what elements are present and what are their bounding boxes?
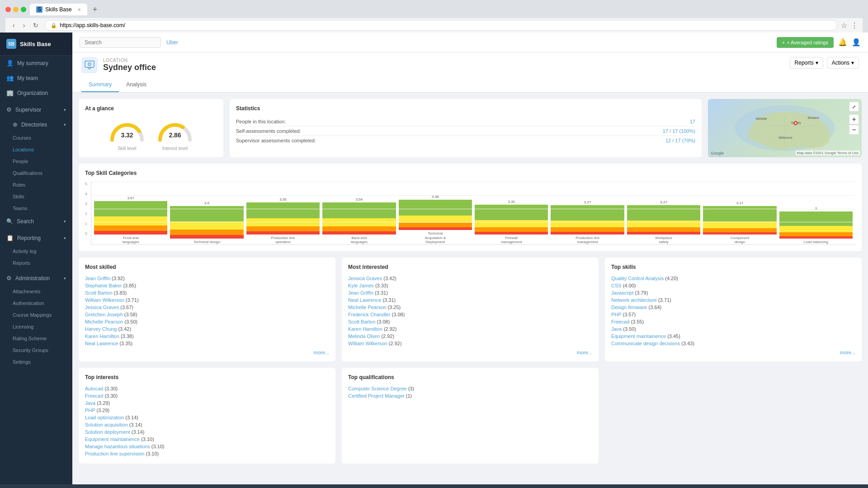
interest-link[interactable]: PHP bbox=[85, 408, 95, 413]
sidebar-item-licensing[interactable]: Licensing bbox=[0, 321, 72, 333]
skill-link[interactable]: PHP bbox=[611, 312, 621, 317]
list-item: William Wilkerson (2.92) bbox=[348, 340, 592, 347]
person-link[interactable]: Jessica Graves bbox=[348, 276, 382, 281]
reload-button[interactable]: ↻ bbox=[30, 21, 41, 30]
bookmark-button[interactable]: ☆ bbox=[841, 21, 847, 30]
sidebar-item-my-summary[interactable]: 👤 My summary bbox=[0, 56, 72, 70]
skill-link[interactable]: Java bbox=[611, 326, 622, 332]
notification-icon[interactable]: 🔔 bbox=[838, 38, 847, 47]
interest-link[interactable]: Freecad bbox=[85, 393, 103, 399]
map-zoom-in-button[interactable]: + bbox=[849, 114, 859, 124]
person-link[interactable]: Jean Griffin bbox=[85, 276, 110, 281]
topbar-search-input[interactable] bbox=[80, 37, 161, 48]
map-expand-button[interactable]: ⤢ bbox=[849, 102, 859, 112]
browser-tab[interactable]: S Skills Base ✕ bbox=[30, 4, 87, 15]
plus-icon: + bbox=[782, 40, 785, 45]
skill-link[interactable]: Freecad bbox=[611, 319, 629, 324]
sidebar-label-organization: Organization bbox=[17, 90, 48, 96]
skill-link[interactable]: Network architecture bbox=[611, 297, 657, 303]
sidebar-item-my-team[interactable]: 👥 My team bbox=[0, 70, 72, 85]
person-link[interactable]: Harvey Chung bbox=[85, 326, 117, 332]
person-link[interactable]: Scott Barton bbox=[85, 290, 113, 296]
person-link[interactable]: Gretchen Joseph bbox=[85, 312, 123, 317]
new-tab-button[interactable]: + bbox=[93, 5, 98, 14]
skill-link[interactable]: Equipment maintainence bbox=[611, 333, 666, 339]
person-link[interactable]: Neal Lawrence bbox=[348, 297, 381, 303]
person-link[interactable]: Stephanie Baker bbox=[85, 283, 122, 288]
maximize-dot[interactable] bbox=[21, 7, 26, 12]
map-zoom-out-button[interactable]: − bbox=[849, 125, 859, 135]
interest-link[interactable]: Manage hazardous situations bbox=[85, 444, 150, 449]
averaged-ratings-button[interactable]: + + Averaged ratings bbox=[777, 37, 834, 48]
skill-gauge: 3.32 Skill level bbox=[107, 117, 147, 151]
sidebar-item-skills[interactable]: Skills bbox=[0, 191, 72, 202]
most-interested-more-link[interactable]: more... bbox=[348, 350, 592, 355]
administration-header[interactable]: ⚙ Administration ▾ bbox=[0, 271, 72, 286]
person-link[interactable]: Michelle Pearson bbox=[85, 319, 123, 324]
directories-header[interactable]: ⊕ Directories ▾ bbox=[0, 117, 72, 132]
person-link[interactable]: Kyle James bbox=[348, 283, 374, 288]
sidebar-item-roles[interactable]: Roles bbox=[0, 179, 72, 191]
url-bar[interactable]: 🔒 https://app.skills-base.com/ bbox=[45, 20, 837, 31]
person-link[interactable]: William Wilkerson bbox=[348, 341, 387, 346]
interest-link[interactable]: Load optimization bbox=[85, 415, 124, 420]
page-header-left: Location Sydney office bbox=[81, 57, 156, 73]
person-link[interactable]: Karen Hamilton bbox=[85, 333, 119, 339]
search-section[interactable]: 🔍 Search ▾ bbox=[0, 214, 72, 229]
qualification-link[interactable]: Certified Project Manager bbox=[348, 393, 405, 399]
interest-link[interactable]: Production line supervision bbox=[85, 451, 144, 456]
sidebar-item-activity-log[interactable]: Activity log bbox=[0, 245, 72, 257]
actions-dropdown-button[interactable]: Actions ▾ bbox=[827, 57, 859, 69]
interest-link[interactable]: Solution acquisition bbox=[85, 422, 128, 427]
person-link[interactable]: William Wilkerson bbox=[85, 297, 124, 303]
skill-link[interactable]: Communicate design decisions bbox=[611, 341, 680, 346]
user-avatar-icon[interactable]: 👤 bbox=[852, 38, 861, 47]
sidebar-item-qualifications[interactable]: Qualifications bbox=[0, 167, 72, 179]
sidebar-item-organization[interactable]: 🏢 Organization bbox=[0, 85, 72, 100]
qualification-link[interactable]: Computer Science Degree bbox=[348, 386, 407, 391]
sidebar-item-settings[interactable]: Settings bbox=[0, 356, 72, 368]
person-link[interactable]: Jean Griffin bbox=[348, 290, 373, 296]
minimize-dot[interactable] bbox=[13, 7, 19, 12]
interest-link[interactable]: Autocad bbox=[85, 386, 103, 391]
sidebar-item-rating-scheme[interactable]: Rating Scheme bbox=[0, 333, 72, 344]
sidebar-item-locations[interactable]: Locations bbox=[0, 144, 72, 155]
person-link[interactable]: Neal Lawrence bbox=[85, 341, 118, 346]
person-link[interactable]: Michelle Pearson bbox=[348, 305, 386, 310]
tab-analysis[interactable]: Analysis bbox=[119, 78, 154, 92]
sidebar-item-course-mappings[interactable]: Course Mappings bbox=[0, 309, 72, 321]
search-icon: 🔍 bbox=[6, 218, 13, 225]
supervisor-header[interactable]: ⚙ Supervisor ▾ bbox=[0, 102, 72, 117]
person-link[interactable]: Karen Hamilton bbox=[348, 326, 382, 332]
sidebar-item-courses[interactable]: Courses bbox=[0, 132, 72, 144]
bar-value-5: 3.32 bbox=[508, 200, 515, 204]
forward-button[interactable]: › bbox=[20, 21, 28, 30]
skill-link[interactable]: Quality Control Analysis bbox=[611, 276, 664, 281]
top-skills-more-link[interactable]: more... bbox=[611, 350, 855, 355]
interest-link[interactable]: Solution deployment bbox=[85, 429, 130, 435]
back-button[interactable]: ‹ bbox=[10, 21, 18, 30]
sidebar-item-reports[interactable]: Reports bbox=[0, 257, 72, 269]
skill-link[interactable]: CSS bbox=[611, 283, 622, 288]
sidebar-item-security-groups[interactable]: Security Groups bbox=[0, 344, 72, 356]
person-link[interactable]: Melinda Olsen bbox=[348, 333, 380, 339]
sidebar-item-authentication[interactable]: Authentication bbox=[0, 297, 72, 309]
menu-button[interactable]: ⋮ bbox=[851, 21, 858, 30]
interest-link[interactable]: Java bbox=[85, 400, 95, 406]
interest-link[interactable]: Equipment maintainence bbox=[85, 436, 140, 442]
person-link[interactable]: Frederick Chandler bbox=[348, 312, 391, 317]
reports-dropdown-button[interactable]: Reports ▾ bbox=[790, 57, 823, 69]
reporting-header[interactable]: 📋 Reporting ▾ bbox=[0, 230, 72, 245]
skill-link[interactable]: Javascript bbox=[611, 290, 634, 296]
most-skilled-more-link[interactable]: more... bbox=[85, 350, 329, 355]
sidebar-item-people[interactable]: People bbox=[0, 155, 72, 167]
sidebar-item-teams[interactable]: Teams bbox=[0, 202, 72, 214]
skill-link[interactable]: Design firmware bbox=[611, 305, 647, 310]
close-dot[interactable] bbox=[5, 7, 11, 12]
person-link[interactable]: Jessica Graves bbox=[85, 305, 119, 310]
tab-close-button[interactable]: ✕ bbox=[77, 7, 81, 12]
sidebar-item-attachments[interactable]: Attachments bbox=[0, 286, 72, 297]
top-skills-list: Quality Control Analysis (4.20) CSS (4.0… bbox=[611, 275, 855, 347]
tab-summary[interactable]: Summary bbox=[81, 78, 119, 92]
person-link[interactable]: Scott Barton bbox=[348, 319, 376, 324]
